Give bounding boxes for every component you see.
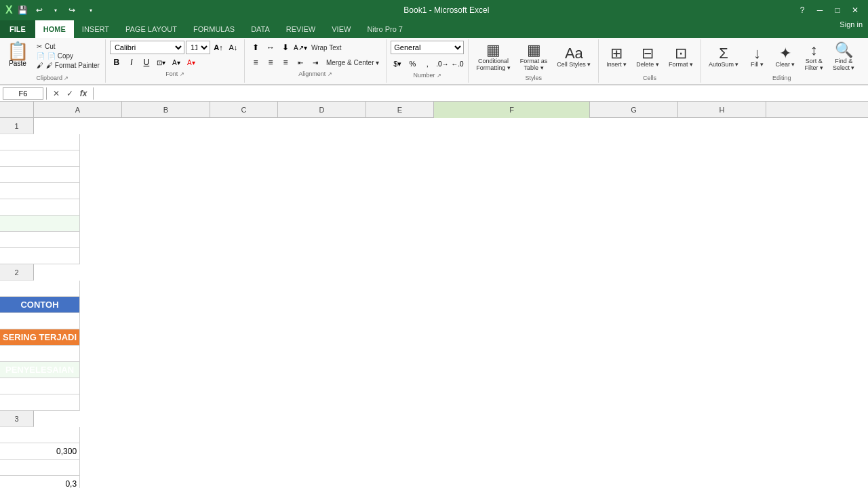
col-header-a[interactable]: A	[34, 102, 122, 118]
autosum-btn[interactable]: Σ AutoSum ▾	[705, 44, 743, 70]
align-center-btn[interactable]: ≡	[264, 56, 277, 69]
customize-qa-btn[interactable]: ▾	[83, 3, 98, 18]
font-color-btn[interactable]: A▾	[184, 56, 198, 69]
percent-btn[interactable]: %	[406, 57, 419, 70]
cancel-formula-btn[interactable]: ✕	[50, 87, 63, 100]
align-bottom-btn[interactable]: ⬇	[279, 41, 292, 54]
merge-center-btn[interactable]: Merge & Center ▾	[323, 58, 382, 67]
cell-g2[interactable]	[0, 378, 80, 394]
undo-qa-btn[interactable]: ↩	[32, 3, 47, 18]
row-header-2[interactable]: 2	[0, 264, 34, 281]
close-btn[interactable]: ✕	[848, 3, 863, 18]
tab-review[interactable]: REVIEW	[278, 20, 323, 38]
find-select-btn[interactable]: 🔍 Find &Select ▾	[829, 41, 859, 73]
maximize-btn[interactable]: □	[830, 3, 845, 18]
underline-btn[interactable]: U	[140, 56, 153, 69]
col-header-c[interactable]: C	[210, 102, 278, 118]
cell-c2[interactable]	[0, 313, 80, 329]
help-btn[interactable]: ?	[795, 3, 810, 18]
font-name-select[interactable]: Calibri	[110, 41, 184, 54]
cell-e1[interactable]	[0, 199, 80, 216]
increase-indent-btn[interactable]: ⇥	[309, 56, 322, 69]
cell-d1[interactable]	[0, 183, 80, 199]
decrease-decimal-btn[interactable]: ←.0	[450, 57, 464, 70]
tab-file[interactable]: FILE	[0, 20, 35, 38]
paste-button[interactable]: 📋 Paste	[3, 41, 33, 73]
insert-btn[interactable]: ⊞ Insert ▾	[603, 44, 630, 70]
angle-text-btn[interactable]: A↗▾	[294, 41, 307, 54]
col-header-f[interactable]: F	[434, 102, 590, 118]
insert-function-btn[interactable]: fx	[77, 87, 90, 100]
save-qa-btn[interactable]: 💾	[16, 3, 31, 18]
cell-g1[interactable]	[0, 232, 80, 248]
number-format-select[interactable]: General	[391, 41, 464, 54]
currency-btn[interactable]: $▾	[391, 57, 404, 70]
format-as-table-btn[interactable]: ▦ Format asTable ▾	[517, 41, 551, 73]
delete-btn[interactable]: ⊟ Delete ▾	[633, 44, 663, 70]
align-right-btn[interactable]: ≡	[279, 56, 292, 69]
cell-f1[interactable]	[0, 216, 80, 232]
sort-filter-btn[interactable]: ↕ Sort &Filter ▾	[801, 41, 827, 73]
cell-b3[interactable]: 0,300	[0, 443, 80, 460]
fill-color-btn[interactable]: A▾	[170, 56, 183, 69]
tab-page-layout[interactable]: PAGE LAYOUT	[117, 20, 185, 38]
row-header-3[interactable]: 3	[0, 411, 34, 427]
tab-formulas[interactable]: FORMULAS	[185, 20, 243, 38]
decrease-font-btn[interactable]: A↓	[226, 41, 240, 54]
cell-c1[interactable]	[0, 167, 80, 183]
cell-d2[interactable]: SERING TERJADI	[0, 329, 80, 346]
cell-e2[interactable]	[0, 346, 80, 362]
cell-c3[interactable]	[0, 460, 80, 476]
cell-styles-btn[interactable]: Aa Cell Styles ▾	[553, 44, 594, 70]
corner-cell[interactable]	[0, 102, 34, 117]
cell-h2[interactable]	[0, 394, 80, 411]
clear-btn[interactable]: ✦ Clear ▾	[772, 44, 798, 70]
cell-b2[interactable]: CONTOH	[0, 297, 80, 313]
cell-d3[interactable]: 0,3	[0, 476, 80, 488]
align-middle-btn[interactable]: ↔	[264, 41, 277, 54]
wrap-text-btn[interactable]: Wrap Text	[309, 43, 344, 52]
col-header-e[interactable]: E	[366, 102, 434, 118]
cell-b1[interactable]	[0, 150, 80, 167]
format-btn[interactable]: ⊡ Format ▾	[665, 44, 696, 70]
comma-btn[interactable]: ,	[420, 57, 434, 70]
minimize-btn[interactable]: ─	[812, 3, 827, 18]
tab-insert[interactable]: INSERT	[74, 20, 117, 38]
sign-in-btn[interactable]: Sign in	[834, 20, 868, 38]
col-header-g[interactable]: G	[590, 102, 678, 118]
copy-button[interactable]: 📄 📄 Copy	[34, 52, 102, 60]
font-size-select[interactable]: 11	[186, 41, 210, 54]
cell-f2[interactable]: PENYELESAIAN	[0, 362, 80, 378]
cell-a3[interactable]	[0, 427, 80, 443]
tab-home[interactable]: HOME	[35, 20, 74, 38]
tab-nitro[interactable]: Nitro Pro 7	[359, 20, 411, 38]
col-header-d[interactable]: D	[278, 102, 366, 118]
col-header-h[interactable]: H	[678, 102, 766, 118]
redo-qa-btn[interactable]: ↪	[64, 3, 79, 18]
col-header-b[interactable]: B	[122, 102, 210, 118]
formula-input[interactable]	[96, 87, 865, 100]
cell-a1[interactable]	[0, 134, 80, 150]
conditional-formatting-btn[interactable]: ▦ ConditionalFormatting ▾	[473, 41, 514, 73]
increase-font-btn[interactable]: A↑	[212, 41, 225, 54]
cell-h1[interactable]	[0, 248, 80, 264]
decrease-indent-btn[interactable]: ⇤	[294, 56, 307, 69]
row-header-1[interactable]: 1	[0, 118, 34, 134]
tab-view[interactable]: VIEW	[323, 20, 359, 38]
bold-btn[interactable]: B	[110, 56, 123, 69]
cell-reference-box[interactable]: F6	[3, 87, 43, 100]
increase-decimal-btn[interactable]: .0→	[435, 57, 449, 70]
cell-a2[interactable]	[0, 281, 80, 297]
cut-button[interactable]: ✂ Cut	[34, 42, 102, 51]
grid-wrapper[interactable]: 1 2 CONTOH SERING TERJADI	[0, 118, 868, 488]
number-group-label: Number ↗	[391, 72, 464, 79]
fill-btn[interactable]: ↓ Fill ▾	[745, 44, 769, 70]
confirm-formula-btn[interactable]: ✓	[63, 87, 77, 100]
format-painter-button[interactable]: 🖌 🖌 Format Painter	[34, 61, 102, 70]
undo-dropdown-btn[interactable]: ▾	[48, 3, 63, 18]
align-top-btn[interactable]: ⬆	[249, 41, 262, 54]
border-btn[interactable]: ⊡▾	[155, 56, 168, 69]
italic-btn[interactable]: I	[125, 56, 138, 69]
tab-data[interactable]: DATA	[243, 20, 278, 38]
align-left-btn[interactable]: ≡	[249, 56, 262, 69]
